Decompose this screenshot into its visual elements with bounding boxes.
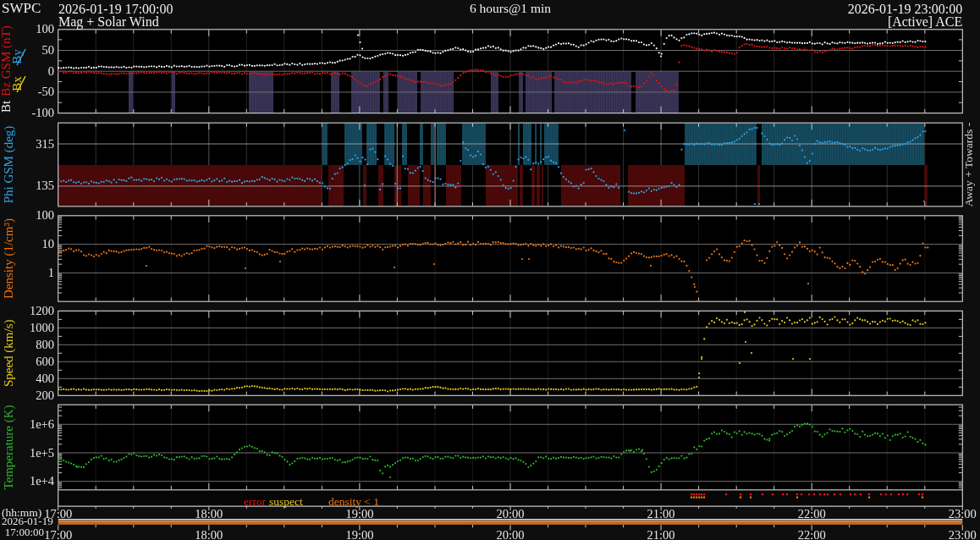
svg-text:10: 10 bbox=[42, 237, 55, 251]
svg-text:Density (1/cm³): Density (1/cm³) bbox=[2, 218, 16, 299]
svg-text:1000: 1000 bbox=[30, 321, 54, 334]
svg-text:1e+5: 1e+5 bbox=[30, 446, 54, 460]
svg-text:100: 100 bbox=[36, 22, 54, 36]
svg-text:Away + Towards -: Away + Towards - bbox=[962, 122, 975, 207]
svg-text:-100: -100 bbox=[31, 106, 54, 119]
svg-text:200: 200 bbox=[36, 388, 54, 402]
svg-text:6 hours@1 min: 6 hours@1 min bbox=[470, 1, 551, 15]
svg-text:800: 800 bbox=[36, 338, 54, 351]
svg-text:100: 100 bbox=[36, 208, 54, 222]
svg-text:1200: 1200 bbox=[30, 304, 54, 317]
svg-text:Bt: Bt bbox=[0, 100, 13, 113]
svg-text:1: 1 bbox=[48, 266, 54, 279]
svg-text:[Active] ACE: [Active] ACE bbox=[888, 14, 962, 29]
svg-text:600: 600 bbox=[36, 355, 54, 368]
svg-text:0: 0 bbox=[48, 64, 54, 78]
svg-text:20:00: 20:00 bbox=[496, 507, 524, 521]
svg-text:21:00: 21:00 bbox=[647, 507, 675, 521]
svg-text:1e+4: 1e+4 bbox=[30, 474, 55, 488]
svg-text:400: 400 bbox=[36, 372, 54, 385]
svg-text:315: 315 bbox=[36, 137, 54, 151]
svg-text:error: error bbox=[244, 495, 267, 508]
svg-text:1e+6: 1e+6 bbox=[30, 417, 54, 431]
svg-text:Temperature (K): Temperature (K) bbox=[2, 405, 16, 489]
svg-text:-50: -50 bbox=[38, 85, 54, 98]
svg-text:22:00: 22:00 bbox=[798, 507, 826, 521]
svg-text:23:00: 23:00 bbox=[949, 507, 977, 521]
svg-text:50: 50 bbox=[42, 43, 55, 57]
svg-text:Mag + Solar Wind: Mag + Solar Wind bbox=[58, 14, 159, 30]
svg-text:18:00: 18:00 bbox=[195, 507, 223, 521]
svg-text:135: 135 bbox=[36, 179, 54, 192]
svg-text:19:00: 19:00 bbox=[345, 507, 373, 521]
svg-text:Speed (km/s): Speed (km/s) bbox=[2, 320, 16, 388]
svg-text:Phi GSM (deg): Phi GSM (deg) bbox=[2, 126, 16, 204]
svg-text:17:00:00: 17:00:00 bbox=[5, 526, 44, 538]
svg-text:density < 1: density < 1 bbox=[328, 495, 379, 508]
svg-text:SWPC: SWPC bbox=[2, 0, 41, 16]
svg-text:suspect: suspect bbox=[269, 495, 303, 508]
